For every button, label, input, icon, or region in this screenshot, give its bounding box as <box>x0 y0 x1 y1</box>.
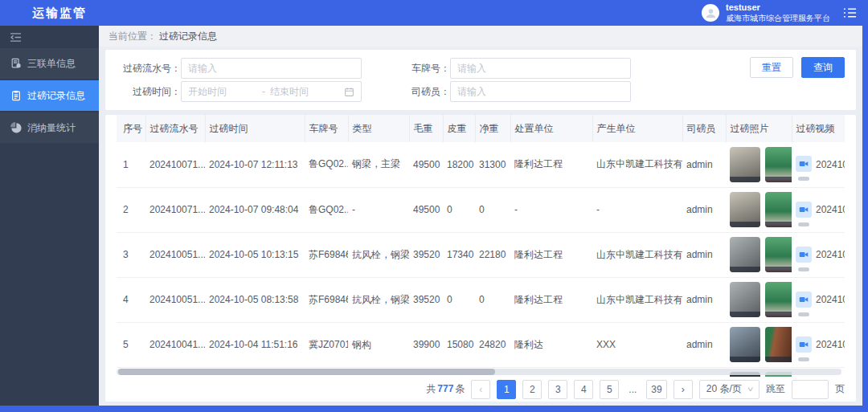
page-button-1[interactable]: 1 <box>497 380 516 399</box>
video-filename[interactable]: 20241005 <box>816 294 845 305</box>
cell-gross: 39520 <box>409 232 443 277</box>
cell-producer: 山东中凯建工科技有限... <box>592 142 682 187</box>
video-filename[interactable]: 20241007 <box>816 159 845 170</box>
scrollbar-thumb[interactable] <box>118 369 495 375</box>
sidebar-item-label: 过磅记录信息 <box>27 89 85 103</box>
time-separator: - <box>262 86 265 97</box>
pagination: 共777条 ‹ 12345...39 › 20 条/页 ˅ 跳至 页 <box>117 377 845 402</box>
header-user-area: testuser 威海市城市综合管理服务平台 <box>702 2 857 23</box>
column-header: 车牌号 <box>305 115 348 142</box>
time-start-placeholder[interactable]: 开始时间 <box>188 85 257 99</box>
video-filename[interactable]: 20241007 <box>816 204 845 215</box>
table-row: 1202410071...2024-10-07 12:11:13鲁GQ02...… <box>117 142 845 187</box>
app-title: 运输监管 <box>32 6 87 21</box>
cell-gross: 49500 <box>409 142 443 187</box>
next-page-button[interactable]: › <box>674 380 693 399</box>
cell-no: 5 <box>117 322 145 367</box>
video-indicator <box>798 222 809 226</box>
video-filename[interactable]: 20241004 <box>816 339 845 350</box>
video-file-icon[interactable] <box>796 337 812 353</box>
sidebar-item-label: 消纳量统计 <box>27 121 76 135</box>
page-size-select[interactable]: 20 条/页 ˅ <box>699 380 760 399</box>
cell-tare: 18200 <box>443 142 475 187</box>
weigher-label: 司磅员： <box>394 85 450 99</box>
prev-page-button[interactable]: ‹ <box>471 380 490 399</box>
plate-label: 车牌号： <box>394 62 450 75</box>
video-cell: 20241007 <box>792 142 845 187</box>
cell-net: 24820 <box>475 322 510 367</box>
jump-unit: 页 <box>835 382 845 396</box>
page-button-3[interactable]: 3 <box>548 380 567 399</box>
column-header: 过磅流水号 <box>145 115 205 142</box>
sidebar-item-label: 三联单信息 <box>27 57 76 71</box>
column-header: 司磅员 <box>682 115 726 142</box>
jump-page-input[interactable] <box>792 380 829 399</box>
user-icon <box>705 7 717 19</box>
cell-plate: 冀JZ0701 <box>305 322 348 367</box>
plate-input[interactable] <box>450 58 631 79</box>
cell-weigher: admin <box>682 322 726 367</box>
time-end-placeholder[interactable]: 结束时间 <box>270 85 339 99</box>
video-indicator <box>798 177 809 181</box>
query-button[interactable]: 查询 <box>801 57 845 78</box>
weigher-input[interactable] <box>450 81 631 102</box>
sidebar-item-1[interactable]: 三联单信息 <box>0 48 99 79</box>
video-indicator <box>798 267 809 271</box>
cell-tare: 15080 <box>443 322 475 367</box>
page-ellipsis[interactable]: ... <box>625 384 640 395</box>
page-button-2[interactable]: 2 <box>522 380 542 399</box>
cell-tare: 0 <box>443 187 475 232</box>
cell-no: 3 <box>117 232 145 277</box>
video-file-icon[interactable] <box>796 247 812 263</box>
cell-gross: 39520 <box>409 277 443 322</box>
video-file-icon[interactable] <box>796 156 812 172</box>
photos-cell <box>726 187 792 232</box>
cell-disposal: 隆利达工程 <box>510 277 592 322</box>
records-table: 序号过磅流水号过磅时间车牌号类型毛重皮重净重处置单位产生单位司磅员过磅照片过磅视… <box>117 115 845 377</box>
avatar[interactable] <box>702 4 719 22</box>
cell-time: 2024-10-05 10:13:15 <box>205 232 305 277</box>
weighing-photo-thumbnail[interactable] <box>730 192 760 227</box>
cell-no: 2 <box>117 187 145 232</box>
video-file-icon[interactable] <box>796 202 812 218</box>
column-header: 净重 <box>475 115 510 142</box>
weighing-photo-thumbnail[interactable] <box>730 147 760 182</box>
video-filename[interactable]: 20241005 <box>816 249 845 260</box>
collapse-sidebar-icon[interactable] <box>0 26 99 48</box>
table-row: 3202410051...2024-10-05 10:13:15苏F69846抗… <box>117 232 845 277</box>
weighing-photo-thumbnail[interactable] <box>765 237 792 272</box>
serial-input[interactable] <box>181 58 362 79</box>
records-table-card: 序号过磅流水号过磅时间车牌号类型毛重皮重净重处置单位产生单位司磅员过磅照片过磅视… <box>105 115 856 402</box>
weighing-photo-thumbnail[interactable] <box>730 327 760 362</box>
sidebar-item-2[interactable]: 过磅记录信息 <box>0 80 99 111</box>
time-range-input[interactable]: 开始时间 - 结束时间 <box>181 81 362 102</box>
cell-net: 0 <box>475 277 510 322</box>
horizontal-scrollbar[interactable] <box>117 369 841 375</box>
weighing-photo-thumbnail[interactable] <box>730 282 760 317</box>
column-header: 毛重 <box>409 115 443 142</box>
menu-icon[interactable] <box>843 7 857 18</box>
document-icon <box>10 58 22 69</box>
page-button-5[interactable]: 5 <box>600 380 619 399</box>
breadcrumb: 当前位置： 过磅记录信息 <box>99 26 862 47</box>
cell-weigher: admin <box>682 142 726 187</box>
weighing-photo-thumbnail[interactable] <box>730 237 760 272</box>
sidebar-item-3[interactable]: 消纳量统计 <box>0 112 99 143</box>
column-header: 处置单位 <box>510 115 592 142</box>
cell-time: 2024-10-07 09:48:04 <box>205 187 305 232</box>
weighing-photo-thumbnail[interactable] <box>765 192 792 227</box>
weighing-photo-thumbnail[interactable] <box>765 147 792 182</box>
weighing-photo-thumbnail[interactable] <box>765 327 792 362</box>
cell-no: 4 <box>117 277 145 322</box>
cell-time: 2024-10-05 08:13:58 <box>205 277 305 322</box>
cell-time: 2024-10-07 12:11:13 <box>205 142 305 187</box>
page-button-4[interactable]: 4 <box>574 380 593 399</box>
video-cell: 20241005 <box>792 232 845 277</box>
video-file-icon[interactable] <box>796 292 812 308</box>
username: testuser <box>726 2 830 14</box>
weighing-photo-thumbnail[interactable] <box>765 282 792 317</box>
reset-button[interactable]: 重置 <box>750 57 793 78</box>
page-button-39[interactable]: 39 <box>646 380 666 399</box>
cell-net: 31300 <box>475 142 510 187</box>
cell-no: 1 <box>117 142 145 187</box>
